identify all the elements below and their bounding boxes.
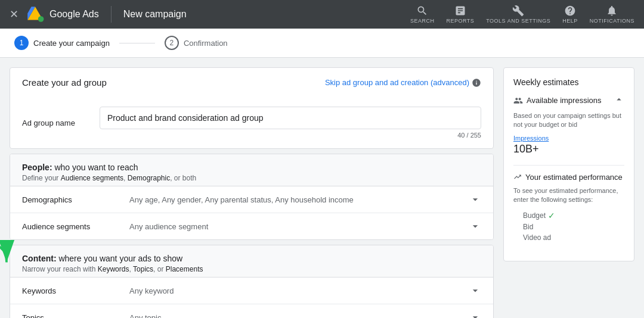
keywords-value: Any keyword: [129, 286, 469, 295]
audience-label: Audience segments: [22, 222, 129, 231]
audience-value: Any audience segment: [129, 222, 469, 231]
perf-item-bid: Bid: [523, 223, 624, 231]
performance-list: Budget ✓ Bid Video ad: [513, 211, 624, 242]
ad-group-title: Create your ad group: [22, 77, 107, 88]
content-section-title: Content: where you want your ads to show: [22, 254, 481, 263]
step-2-label: Confirmation: [184, 39, 228, 48]
step-1: 1 Create your campaign: [14, 36, 110, 50]
keywords-label: Keywords: [22, 286, 129, 295]
step-connector: [119, 43, 155, 43]
performance-description: To see your estimated performance, enter…: [513, 186, 624, 205]
brand-name: Google Ads: [49, 9, 99, 20]
ad-group-name-input[interactable]: [100, 107, 481, 129]
impressions-metric-label: Impressions: [513, 135, 624, 142]
topics-chevron-icon: [469, 311, 481, 318]
people-section-title: People: who you want to reach: [22, 163, 481, 172]
content-area: Create your ad group Skip ad group and a…: [10, 67, 494, 318]
skip-link[interactable]: Skip ad group and ad creation (advanced): [325, 78, 481, 88]
field-input-wrap: 40 / 255: [100, 107, 481, 139]
sidebar-divider: [513, 165, 624, 166]
reports-nav-button[interactable]: REPORTS: [446, 5, 474, 24]
impressions-description: Based on your campaign settings but not …: [513, 111, 624, 130]
collapse-icon: [614, 94, 624, 105]
sidebar-title: Weekly estimates: [513, 77, 624, 87]
tools-nav-button[interactable]: TOOLS AND SETTINGS: [486, 5, 550, 24]
ad-group-name-field: Ad group name 40 / 255: [10, 102, 493, 148]
demographics-row[interactable]: Demographics Any age, Any gender, Any pa…: [10, 186, 493, 213]
keywords-row[interactable]: Keywords Any keyword: [10, 278, 493, 304]
sidebar-card: Weekly estimates Available impressions B…: [503, 67, 634, 261]
topics-value: Any topic: [129, 313, 469, 319]
performance-section: Your estimated performance To see your e…: [513, 173, 624, 242]
keywords-chevron-icon: [469, 285, 481, 297]
topics-label: Topics: [22, 313, 129, 319]
content-section-card: Content: where you want your ads to show…: [10, 245, 494, 318]
stepper: 1 Create your campaign 2 Confirmation: [0, 29, 644, 58]
content-section-header: Content: where you want your ads to show…: [10, 245, 493, 278]
perf-item-budget: Budget ✓: [523, 211, 624, 220]
campaign-title: New campaign: [123, 9, 187, 20]
people-section-header: People: who you want to reach Define you…: [10, 154, 493, 186]
step-1-circle: 1: [14, 36, 29, 50]
logo: Google Ads: [26, 5, 99, 24]
demographics-value: Any age, Any gender, Any parental status…: [129, 195, 469, 204]
nav-icons: SEARCH REPORTS TOOLS AND SETTINGS HELP N…: [410, 5, 634, 24]
impressions-title: Available impressions: [513, 96, 602, 105]
impressions-section: Available impressions Based on your camp…: [513, 94, 624, 155]
demographics-chevron-icon: [469, 194, 481, 205]
ad-group-card-header: Create your ad group Skip ad group and a…: [10, 68, 493, 102]
sidebar: Weekly estimates Available impressions B…: [503, 67, 634, 318]
impressions-section-header: Available impressions: [513, 94, 624, 107]
performance-title: Your estimated performance: [513, 173, 624, 182]
top-navigation: ✕ Google Ads New campaign SEARCH REPORTS…: [0, 0, 644, 29]
step-2-circle: 2: [165, 36, 179, 50]
person-icon: [513, 96, 523, 105]
content-section-subtitle: Narrow your reach with Keywords, Topics,…: [22, 265, 481, 273]
char-count: 40 / 255: [100, 132, 481, 139]
info-icon: [472, 78, 481, 88]
step-2: 2 Confirmation: [165, 36, 228, 50]
field-label: Ad group name: [22, 119, 100, 127]
svg-point-2: [38, 16, 44, 22]
close-button[interactable]: ✕: [10, 8, 18, 21]
people-section-subtitle: Define your Audience segments, Demograph…: [22, 174, 481, 182]
notifications-nav-button[interactable]: NOTIFICATIONS: [590, 5, 634, 24]
help-nav-button[interactable]: HELP: [562, 5, 578, 24]
step-1-label: Create your campaign: [33, 39, 110, 48]
ad-group-card: Create your ad group Skip ad group and a…: [10, 67, 494, 149]
google-ads-logo-icon: [26, 5, 45, 24]
main-layout: Create your ad group Skip ad group and a…: [0, 58, 644, 318]
impressions-metric-value: 10B+: [513, 143, 624, 155]
nav-divider: [111, 6, 112, 23]
audience-segments-row[interactable]: Audience segments Any audience segment: [10, 213, 493, 239]
search-nav-button[interactable]: SEARCH: [410, 5, 435, 24]
topics-row[interactable]: Topics Any topic: [10, 304, 493, 318]
demographics-label: Demographics: [22, 195, 129, 204]
audience-chevron-icon: [469, 220, 481, 232]
perf-item-video-ad: Video ad: [523, 233, 624, 242]
people-section-card: People: who you want to reach Define you…: [10, 154, 494, 240]
collapse-button[interactable]: [614, 94, 624, 107]
trending-icon: [513, 173, 522, 181]
check-icon-budget: ✓: [548, 211, 555, 220]
